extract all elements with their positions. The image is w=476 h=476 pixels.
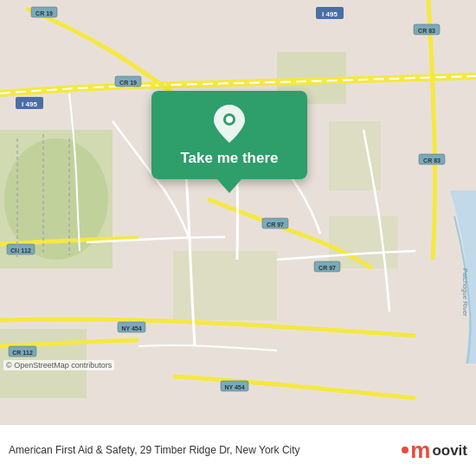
svg-text:NY 454: NY 454 [121, 325, 141, 331]
svg-text:CR 97: CR 97 [318, 265, 336, 271]
popup-label: Take me there [180, 150, 278, 167]
address-text: American First Aid & Safety, 29 Timber R… [9, 443, 402, 458]
moovit-m-letter: m [410, 437, 430, 464]
svg-point-37 [226, 116, 233, 123]
svg-text:CR 112: CR 112 [10, 248, 31, 254]
svg-text:CR 19: CR 19 [119, 80, 137, 86]
bottom-bar: American First Aid & Safety, 29 Timber R… [0, 424, 476, 476]
svg-text:CR 97: CR 97 [267, 222, 284, 228]
location-pin-icon [214, 105, 245, 143]
moovit-text: oovit [432, 442, 467, 460]
svg-text:Patchogue River: Patchogue River [461, 268, 469, 317]
moovit-logo: m oovit [402, 437, 467, 464]
moovit-dot [402, 447, 408, 453]
svg-rect-7 [329, 216, 398, 268]
svg-rect-6 [173, 251, 277, 320]
map-container: I 495 I 495 CR 19 CR 19 CR 83 CR 83 CR 1… [0, 0, 476, 424]
popup-box[interactable]: Take me there [151, 91, 307, 179]
svg-text:CR 112: CR 112 [12, 350, 33, 356]
svg-text:NY 454: NY 454 [224, 384, 244, 390]
svg-text:CR 83: CR 83 [418, 28, 435, 34]
svg-text:CR 83: CR 83 [423, 158, 441, 164]
svg-text:CR 19: CR 19 [35, 10, 53, 16]
popup-arrow [217, 179, 241, 193]
osm-credit: © OpenStreetMap contributors [3, 360, 114, 370]
popup[interactable]: Take me there [143, 91, 316, 193]
svg-text:I 495: I 495 [322, 10, 338, 18]
svg-text:I 495: I 495 [22, 100, 37, 108]
